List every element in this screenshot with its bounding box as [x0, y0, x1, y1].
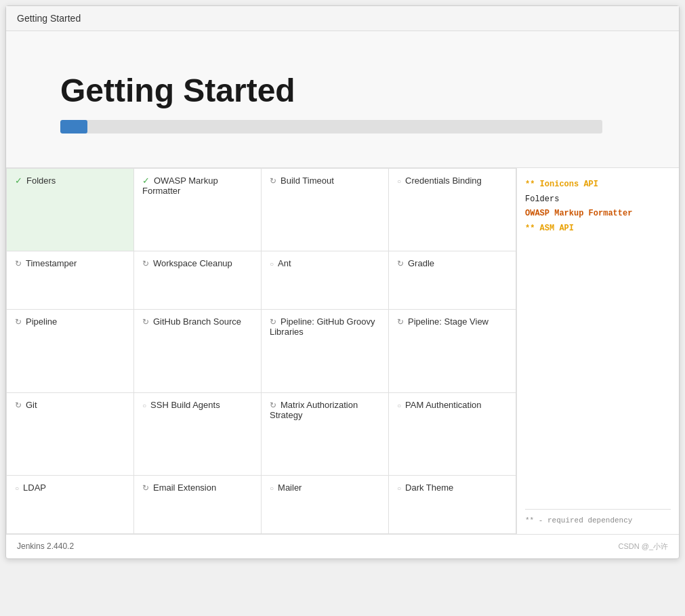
plugin-cell: ↻Pipeline [7, 310, 134, 392]
refresh-icon: ↻ [15, 401, 22, 410]
main-window: Getting Started Getting Started ✓Folders… [5, 5, 680, 559]
plugin-cell: ↻Workspace Cleanup [134, 251, 262, 310]
plugin-cell: ↻Pipeline: GitHub Groovy Libraries [262, 310, 389, 392]
plugin-cell: ○Dark Theme [389, 475, 516, 533]
plugin-cell: ↻Pipeline: Stage View [389, 310, 516, 392]
plugin-cell: ○SSH Build Agents [134, 392, 262, 475]
plugin-cell: ↻Gradle [389, 251, 516, 310]
refresh-icon: ↻ [397, 259, 404, 268]
plugins-table: ✓Folders✓OWASP Markup Formatter↻Build Ti… [6, 168, 516, 534]
refresh-icon: ↻ [15, 259, 22, 268]
plugin-cell: ○Ant [262, 251, 389, 310]
jenkins-version: Jenkins 2.440.2 [17, 541, 74, 552]
plugin-cell: ↻Email Extension [134, 475, 262, 533]
plugin-cell: ↻Timestamper [7, 251, 134, 310]
refresh-icon: ↻ [15, 317, 22, 327]
circle-icon: ○ [270, 260, 274, 268]
sidebar-top: ** Ionicons API Folders OWASP Markup For… [525, 178, 671, 236]
refresh-icon: ↻ [142, 259, 149, 268]
plugin-cell: ○Credentials Binding [389, 169, 516, 251]
sidebar-panel: ** Ionicons API Folders OWASP Markup For… [516, 168, 679, 534]
main-area: ✓Folders✓OWASP Markup Formatter↻Build Ti… [6, 168, 679, 534]
plugin-cell: ↻GitHub Branch Source [134, 310, 262, 392]
window-title-bar: Getting Started [6, 6, 679, 31]
plugin-cell: ○PAM Authentication [389, 392, 516, 475]
sidebar-ionicons-label: ** Ionicons API [525, 178, 671, 192]
refresh-icon: ↻ [270, 317, 276, 327]
window-title: Getting Started [17, 13, 81, 24]
plugin-cell: ✓OWASP Markup Formatter [134, 169, 262, 251]
refresh-icon: ↻ [270, 401, 276, 410]
circle-icon: ○ [270, 485, 274, 492]
circle-icon: ○ [397, 178, 401, 185]
circle-icon: ○ [397, 402, 401, 409]
sidebar-owasp-label: OWASP Markup Formatter [525, 207, 671, 222]
hero-section: Getting Started [6, 31, 679, 168]
circle-icon: ○ [15, 485, 19, 492]
sidebar-required-note: ** - required dependency [525, 509, 671, 525]
footer: Jenkins 2.440.2 CSDN @_小许 [6, 534, 679, 558]
circle-icon: ○ [397, 485, 401, 492]
progress-bar-container [60, 120, 602, 134]
refresh-icon: ↻ [270, 176, 276, 186]
sidebar-asm-label: ** ASM API [525, 222, 671, 237]
circle-icon: ○ [142, 402, 146, 409]
refresh-icon: ↻ [397, 317, 404, 327]
plugin-cell: ✓Folders [7, 169, 134, 251]
watermark: CSDN @_小许 [618, 541, 668, 552]
sidebar-folders-label: Folders [525, 192, 671, 207]
check-icon: ✓ [142, 176, 150, 186]
plugin-cell: ↻Build Timeout [262, 169, 389, 251]
refresh-icon: ↻ [142, 317, 149, 327]
plugin-cell: ↻Matrix Authorization Strategy [262, 392, 389, 475]
progress-bar-fill [60, 120, 87, 134]
refresh-icon: ↻ [142, 483, 149, 493]
window-content: Getting Started ✓Folders✓OWASP Markup Fo… [6, 31, 679, 534]
plugin-cell: ↻Git [7, 392, 134, 475]
check-icon: ✓ [15, 176, 22, 186]
plugin-cell: ○LDAP [7, 475, 134, 533]
plugin-cell: ○Mailer [262, 475, 389, 533]
hero-title: Getting Started [60, 72, 625, 109]
